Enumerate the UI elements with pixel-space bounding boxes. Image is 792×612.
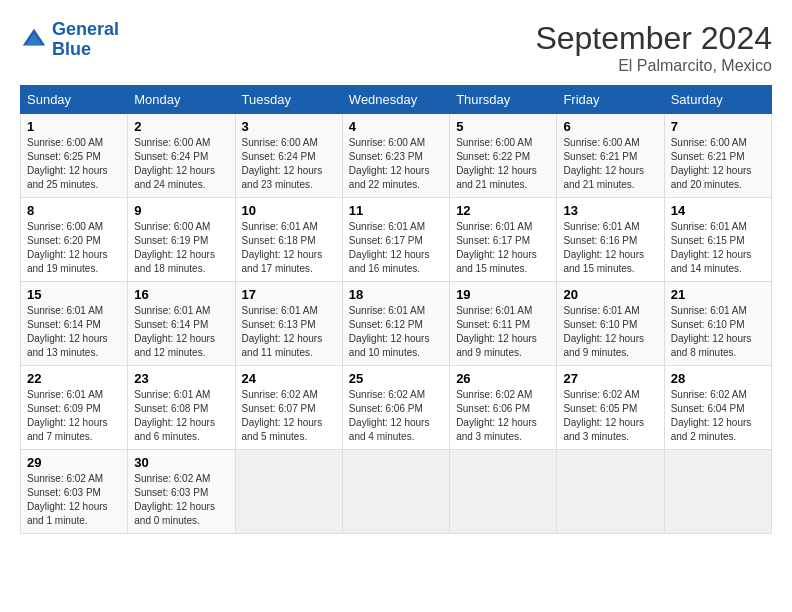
day-number: 6 bbox=[563, 119, 657, 134]
day-info: Sunrise: 6:00 AMSunset: 6:24 PMDaylight:… bbox=[242, 136, 336, 192]
day-info: Sunrise: 6:01 AMSunset: 6:13 PMDaylight:… bbox=[242, 304, 336, 360]
calendar-cell: 19Sunrise: 6:01 AMSunset: 6:11 PMDayligh… bbox=[450, 282, 557, 366]
day-number: 1 bbox=[27, 119, 121, 134]
calendar-cell bbox=[235, 450, 342, 534]
day-number: 27 bbox=[563, 371, 657, 386]
day-info: Sunrise: 6:01 AMSunset: 6:15 PMDaylight:… bbox=[671, 220, 765, 276]
day-info: Sunrise: 6:02 AMSunset: 6:04 PMDaylight:… bbox=[671, 388, 765, 444]
calendar-cell: 1Sunrise: 6:00 AMSunset: 6:25 PMDaylight… bbox=[21, 114, 128, 198]
calendar-cell: 25Sunrise: 6:02 AMSunset: 6:06 PMDayligh… bbox=[342, 366, 449, 450]
day-info: Sunrise: 6:00 AMSunset: 6:23 PMDaylight:… bbox=[349, 136, 443, 192]
day-info: Sunrise: 6:02 AMSunset: 6:06 PMDaylight:… bbox=[456, 388, 550, 444]
day-number: 10 bbox=[242, 203, 336, 218]
day-number: 2 bbox=[134, 119, 228, 134]
day-number: 30 bbox=[134, 455, 228, 470]
day-number: 8 bbox=[27, 203, 121, 218]
day-number: 26 bbox=[456, 371, 550, 386]
day-number: 7 bbox=[671, 119, 765, 134]
calendar-cell: 9Sunrise: 6:00 AMSunset: 6:19 PMDaylight… bbox=[128, 198, 235, 282]
day-number: 22 bbox=[27, 371, 121, 386]
day-info: Sunrise: 6:02 AMSunset: 6:03 PMDaylight:… bbox=[134, 472, 228, 528]
day-info: Sunrise: 6:01 AMSunset: 6:11 PMDaylight:… bbox=[456, 304, 550, 360]
day-info: Sunrise: 6:01 AMSunset: 6:17 PMDaylight:… bbox=[456, 220, 550, 276]
day-info: Sunrise: 6:00 AMSunset: 6:24 PMDaylight:… bbox=[134, 136, 228, 192]
calendar-week-4: 22Sunrise: 6:01 AMSunset: 6:09 PMDayligh… bbox=[21, 366, 772, 450]
calendar-cell: 14Sunrise: 6:01 AMSunset: 6:15 PMDayligh… bbox=[664, 198, 771, 282]
header-saturday: Saturday bbox=[664, 86, 771, 114]
day-number: 21 bbox=[671, 287, 765, 302]
calendar-cell: 28Sunrise: 6:02 AMSunset: 6:04 PMDayligh… bbox=[664, 366, 771, 450]
calendar-cell: 7Sunrise: 6:00 AMSunset: 6:21 PMDaylight… bbox=[664, 114, 771, 198]
calendar-cell: 15Sunrise: 6:01 AMSunset: 6:14 PMDayligh… bbox=[21, 282, 128, 366]
calendar-cell: 6Sunrise: 6:00 AMSunset: 6:21 PMDaylight… bbox=[557, 114, 664, 198]
header-monday: Monday bbox=[128, 86, 235, 114]
calendar-header-row: SundayMondayTuesdayWednesdayThursdayFrid… bbox=[21, 86, 772, 114]
day-number: 17 bbox=[242, 287, 336, 302]
day-number: 3 bbox=[242, 119, 336, 134]
calendar-week-3: 15Sunrise: 6:01 AMSunset: 6:14 PMDayligh… bbox=[21, 282, 772, 366]
calendar-cell: 8Sunrise: 6:00 AMSunset: 6:20 PMDaylight… bbox=[21, 198, 128, 282]
logo: General Blue bbox=[20, 20, 119, 60]
day-info: Sunrise: 6:00 AMSunset: 6:20 PMDaylight:… bbox=[27, 220, 121, 276]
location-subtitle: El Palmarcito, Mexico bbox=[535, 57, 772, 75]
logo-blue: Blue bbox=[52, 40, 119, 60]
calendar-cell: 13Sunrise: 6:01 AMSunset: 6:16 PMDayligh… bbox=[557, 198, 664, 282]
calendar-cell: 26Sunrise: 6:02 AMSunset: 6:06 PMDayligh… bbox=[450, 366, 557, 450]
day-info: Sunrise: 6:01 AMSunset: 6:14 PMDaylight:… bbox=[134, 304, 228, 360]
day-info: Sunrise: 6:01 AMSunset: 6:10 PMDaylight:… bbox=[563, 304, 657, 360]
calendar-cell: 24Sunrise: 6:02 AMSunset: 6:07 PMDayligh… bbox=[235, 366, 342, 450]
calendar-cell: 5Sunrise: 6:00 AMSunset: 6:22 PMDaylight… bbox=[450, 114, 557, 198]
title-area: September 2024 El Palmarcito, Mexico bbox=[535, 20, 772, 75]
logo-icon bbox=[20, 26, 48, 54]
day-info: Sunrise: 6:01 AMSunset: 6:08 PMDaylight:… bbox=[134, 388, 228, 444]
day-info: Sunrise: 6:01 AMSunset: 6:16 PMDaylight:… bbox=[563, 220, 657, 276]
calendar-cell bbox=[450, 450, 557, 534]
logo-general: General bbox=[52, 19, 119, 39]
day-info: Sunrise: 6:00 AMSunset: 6:22 PMDaylight:… bbox=[456, 136, 550, 192]
day-info: Sunrise: 6:00 AMSunset: 6:21 PMDaylight:… bbox=[671, 136, 765, 192]
calendar-cell: 16Sunrise: 6:01 AMSunset: 6:14 PMDayligh… bbox=[128, 282, 235, 366]
day-info: Sunrise: 6:01 AMSunset: 6:18 PMDaylight:… bbox=[242, 220, 336, 276]
day-number: 9 bbox=[134, 203, 228, 218]
day-info: Sunrise: 6:02 AMSunset: 6:03 PMDaylight:… bbox=[27, 472, 121, 528]
day-info: Sunrise: 6:01 AMSunset: 6:17 PMDaylight:… bbox=[349, 220, 443, 276]
calendar-cell: 10Sunrise: 6:01 AMSunset: 6:18 PMDayligh… bbox=[235, 198, 342, 282]
header-friday: Friday bbox=[557, 86, 664, 114]
day-number: 28 bbox=[671, 371, 765, 386]
calendar-cell: 2Sunrise: 6:00 AMSunset: 6:24 PMDaylight… bbox=[128, 114, 235, 198]
day-info: Sunrise: 6:00 AMSunset: 6:19 PMDaylight:… bbox=[134, 220, 228, 276]
month-title: September 2024 bbox=[535, 20, 772, 57]
header: General Blue September 2024 El Palmarcit… bbox=[20, 20, 772, 75]
calendar-week-1: 1Sunrise: 6:00 AMSunset: 6:25 PMDaylight… bbox=[21, 114, 772, 198]
calendar-cell: 22Sunrise: 6:01 AMSunset: 6:09 PMDayligh… bbox=[21, 366, 128, 450]
day-number: 13 bbox=[563, 203, 657, 218]
calendar-cell: 11Sunrise: 6:01 AMSunset: 6:17 PMDayligh… bbox=[342, 198, 449, 282]
calendar-cell bbox=[664, 450, 771, 534]
day-info: Sunrise: 6:02 AMSunset: 6:05 PMDaylight:… bbox=[563, 388, 657, 444]
day-info: Sunrise: 6:00 AMSunset: 6:25 PMDaylight:… bbox=[27, 136, 121, 192]
calendar-cell bbox=[342, 450, 449, 534]
day-info: Sunrise: 6:02 AMSunset: 6:06 PMDaylight:… bbox=[349, 388, 443, 444]
day-info: Sunrise: 6:01 AMSunset: 6:12 PMDaylight:… bbox=[349, 304, 443, 360]
day-info: Sunrise: 6:00 AMSunset: 6:21 PMDaylight:… bbox=[563, 136, 657, 192]
day-number: 23 bbox=[134, 371, 228, 386]
calendar-cell bbox=[557, 450, 664, 534]
header-wednesday: Wednesday bbox=[342, 86, 449, 114]
day-number: 20 bbox=[563, 287, 657, 302]
calendar-cell: 18Sunrise: 6:01 AMSunset: 6:12 PMDayligh… bbox=[342, 282, 449, 366]
calendar-cell: 4Sunrise: 6:00 AMSunset: 6:23 PMDaylight… bbox=[342, 114, 449, 198]
day-number: 5 bbox=[456, 119, 550, 134]
day-info: Sunrise: 6:02 AMSunset: 6:07 PMDaylight:… bbox=[242, 388, 336, 444]
day-number: 25 bbox=[349, 371, 443, 386]
day-info: Sunrise: 6:01 AMSunset: 6:14 PMDaylight:… bbox=[27, 304, 121, 360]
calendar-cell: 30Sunrise: 6:02 AMSunset: 6:03 PMDayligh… bbox=[128, 450, 235, 534]
day-info: Sunrise: 6:01 AMSunset: 6:10 PMDaylight:… bbox=[671, 304, 765, 360]
calendar-cell: 27Sunrise: 6:02 AMSunset: 6:05 PMDayligh… bbox=[557, 366, 664, 450]
day-number: 18 bbox=[349, 287, 443, 302]
calendar-week-5: 29Sunrise: 6:02 AMSunset: 6:03 PMDayligh… bbox=[21, 450, 772, 534]
day-info: Sunrise: 6:01 AMSunset: 6:09 PMDaylight:… bbox=[27, 388, 121, 444]
calendar-cell: 12Sunrise: 6:01 AMSunset: 6:17 PMDayligh… bbox=[450, 198, 557, 282]
header-sunday: Sunday bbox=[21, 86, 128, 114]
day-number: 29 bbox=[27, 455, 121, 470]
calendar-cell: 21Sunrise: 6:01 AMSunset: 6:10 PMDayligh… bbox=[664, 282, 771, 366]
